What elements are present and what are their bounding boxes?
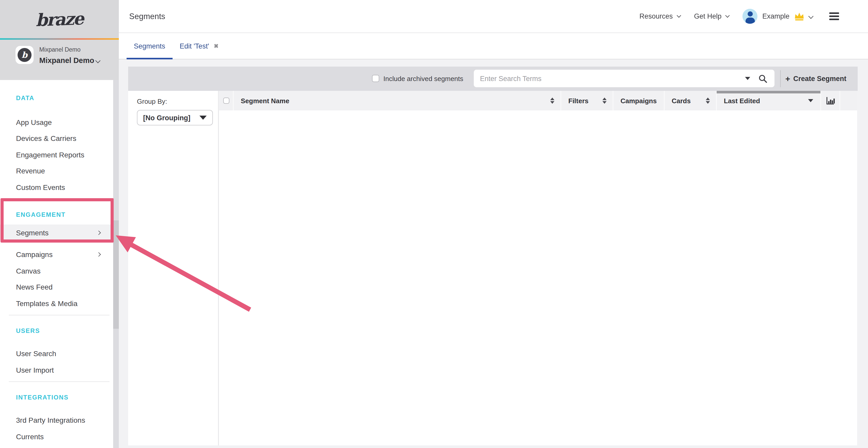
include-archived-label: Include archived segments [383,67,463,91]
sorted-column-indicator [717,91,820,94]
segments-table: Segment Name Filters Campaigns Cards Las… [219,91,857,445]
group-by-dropdown[interactable]: [No Grouping] [137,110,213,126]
braze-logo: braze [35,10,83,28]
column-header-segment-name[interactable]: Segment Name [234,91,561,110]
chevron-down-icon [725,13,730,18]
column-header-filters[interactable]: Filters [561,91,613,110]
account-name: Example [762,12,789,20]
resources-menu[interactable]: Resources [640,12,680,20]
braze-app: braze b Mixpanel Demo Mixpanel Demo DATA… [0,0,868,448]
column-header-spacer [840,91,857,110]
chevron-down-icon [677,13,681,18]
workspace-type-label: Mixpanel Demo [39,46,81,53]
sort-icon [550,98,554,104]
sidebar: braze b Mixpanel Demo Mixpanel Demo DATA… [0,0,119,448]
workspace-name: Mixpanel Demo [39,56,94,65]
tab-segments[interactable]: Segments [127,33,173,59]
chevron-down-icon [808,14,813,19]
sidebar-section-users: USERS [16,327,40,335]
include-archived-checkbox[interactable] [372,75,379,82]
sidebar-item-engagement-reports[interactable]: Engagement Reports [0,146,113,163]
tab-bar: Segments Edit 'Test' ✖ [119,33,868,59]
crown-icon [794,12,804,21]
sidebar-item-custom-events[interactable]: Custom Events [0,179,113,195]
account-menu[interactable]: Example [743,9,813,24]
sort-icon [602,98,607,104]
sidebar-item-app-usage[interactable]: App Usage [0,114,113,130]
table-body-empty [219,110,857,445]
sidebar-item-currents[interactable]: Currents [0,428,113,444]
sidebar-section-integrations: INTEGRATIONS [16,394,69,401]
sidebar-item-devices-carriers[interactable]: Devices & Carriers [0,130,113,146]
sidebar-scrollbar-track [113,80,119,448]
sidebar-item-templates-media[interactable]: Templates & Media [0,295,113,311]
get-help-menu[interactable]: Get Help [694,12,729,20]
tab-edit-test[interactable]: Edit 'Test' ✖ [173,33,226,59]
tab-active-underline [127,58,173,59]
table-header-row: Segment Name Filters Campaigns Cards Las… [219,91,857,110]
chevron-down-icon [95,58,100,63]
search-box [474,70,774,87]
sidebar-item-3rd-party-integrations[interactable]: 3rd Party Integrations [0,412,113,428]
sort-icon [706,98,710,104]
sidebar-item-canvas[interactable]: Canvas [0,263,113,279]
brand-logo-block: braze [0,0,119,38]
search-icon[interactable] [758,74,767,83]
chevron-right-icon [97,231,101,235]
sidebar-divider [9,315,110,315]
column-header-analytics[interactable] [821,91,840,110]
chevron-right-icon [97,252,101,256]
sidebar-item-user-import[interactable]: User Import [0,362,113,378]
plus-icon: + [785,75,790,83]
workspace-avatar-letter: b [22,51,27,59]
workspace-avatar: b [16,46,34,64]
column-header-last-edited[interactable]: Last Edited [717,91,820,110]
bar-chart-icon [826,97,835,105]
sidebar-item-news-feed[interactable]: News Feed [0,279,113,295]
sidebar-item-user-search[interactable]: User Search [0,345,113,361]
dropdown-caret-icon [199,115,207,120]
select-all-checkbox-cell [219,91,233,110]
sidebar-item-campaigns[interactable]: Campaigns [0,246,113,262]
top-nav: Segments Resources Get Help Example [119,0,868,33]
toolbar-divider [780,70,781,87]
workspace-avatar-circle: b [18,48,32,62]
top-nav-right: Resources Get Help Example [640,0,839,33]
group-by-label: Group By: [137,98,167,105]
sort-desc-icon [808,99,813,102]
create-segment-button[interactable]: + Create Segment [785,67,846,91]
sidebar-section-engagement: ENGAGEMENT [16,211,66,218]
column-header-campaigns[interactable]: Campaigns [613,91,664,110]
select-all-checkbox[interactable] [223,98,229,104]
user-avatar-icon [743,9,758,24]
search-input[interactable] [474,75,742,82]
sidebar-item-segments[interactable]: Segments [0,225,113,241]
close-tab-icon[interactable]: ✖ [214,43,218,49]
page-title: Segments [129,0,165,33]
group-by-value: [No Grouping] [137,114,199,122]
segments-toolbar: Include archived segments + Create Segme… [128,67,858,91]
workspace-selector[interactable]: b Mixpanel Demo Mixpanel Demo [0,40,119,80]
column-header-cards[interactable]: Cards [664,91,716,110]
sidebar-section-data: DATA [16,95,34,102]
sidebar-divider [9,381,110,382]
search-dropdown-caret-icon[interactable] [745,77,750,80]
group-by-panel: Group By: [No Grouping] [128,91,219,445]
sidebar-item-revenue[interactable]: Revenue [0,163,113,179]
sidebar-scrollbar-thumb[interactable] [113,220,119,329]
hamburger-menu-icon[interactable] [829,12,839,20]
